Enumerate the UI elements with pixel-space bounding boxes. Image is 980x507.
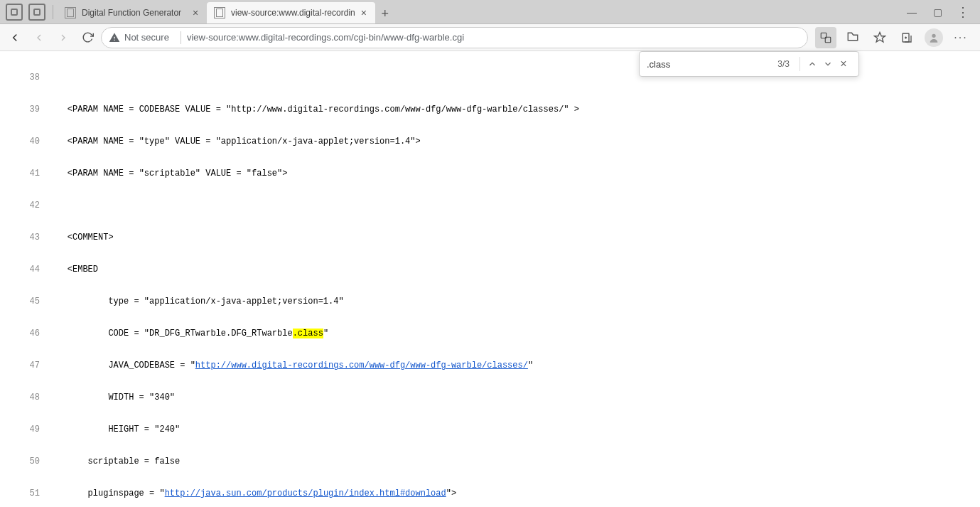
page-icon [65, 7, 76, 18]
reload-button[interactable] [77, 27, 98, 48]
code-line: "> [446, 489, 456, 498]
code-line: JAVA_CODEBASE = " [47, 361, 195, 370]
titlebar: Digital Function Generator × view-source… [0, 0, 980, 24]
separator [53, 5, 53, 19]
code-line: CODE = "DR_DFG_RTwarble.DFG_RTwarble [47, 329, 293, 338]
line-number: 46 [0, 329, 40, 339]
code-link[interactable]: http://www.digital-recordings.com/www-df… [195, 361, 528, 370]
line-number: 48 [0, 393, 40, 403]
close-icon[interactable]: × [191, 9, 200, 17]
window-controls: — ▢ ⋮ [905, 4, 977, 20]
security-text: Not secure [124, 32, 169, 43]
find-match: .class [293, 329, 323, 338]
line-number: 40 [0, 137, 40, 147]
favorite-icon[interactable] [869, 27, 890, 48]
line-number: 45 [0, 297, 40, 307]
code-line: HEIGHT = "240" [47, 425, 180, 434]
find-count: 3/3 [777, 59, 790, 69]
code-line: <PARAM NAME = CODEBASE VALUE = "http://w… [68, 105, 579, 114]
code-line: <COMMENT> [68, 233, 114, 242]
code-line: " [528, 361, 533, 370]
line-number: 44 [0, 265, 40, 275]
more-menu-button[interactable]: ··· [950, 27, 971, 48]
line-number: 38 [0, 73, 40, 83]
tab-actions-icon-2[interactable] [28, 4, 45, 21]
code-line: WIDTH = "340" [47, 393, 175, 402]
code-line: type = "application/x-java-applet;versio… [47, 297, 344, 306]
back-button[interactable] [4, 27, 26, 48]
source-viewport[interactable]: 38 39 40 41 42 43 44 45 46 47 48 49 50 5… [0, 51, 980, 507]
address-bar[interactable]: Not secure view-source:www.digital-recor… [101, 27, 808, 48]
separator [181, 31, 181, 44]
svg-point-3 [932, 33, 935, 37]
collections-icon[interactable] [896, 27, 917, 48]
line-number: 50 [0, 457, 40, 467]
toolbar: Not secure view-source:www.digital-recor… [0, 24, 980, 51]
code-line: " [323, 329, 328, 338]
code-line: pluginspage = " [47, 489, 165, 498]
ellipsis-icon: ··· [954, 31, 967, 44]
page-icon [214, 7, 225, 18]
tab-digital-function-generator[interactable]: Digital Function Generator × [58, 2, 207, 23]
maximize-button[interactable]: ▢ [930, 6, 944, 18]
find-prev-button[interactable] [804, 56, 820, 72]
line-number: 47 [0, 361, 40, 371]
line-number: 51 [0, 489, 40, 499]
warning-icon [109, 32, 120, 43]
code-link[interactable]: http://java.sun.com/products/plugin/inde… [165, 489, 446, 498]
code-line: scriptable = false [47, 457, 180, 466]
line-gutter: 38 39 40 41 42 43 44 45 46 47 48 49 50 5… [0, 51, 44, 507]
code-line: <PARAM NAME = "scriptable" VALUE = "fals… [68, 169, 288, 178]
code-line: <PARAM NAME = "type" VALUE = "applicatio… [68, 137, 421, 146]
source-code: <PARAM NAME = CODEBASE VALUE = "http://w… [47, 83, 980, 507]
translate-icon[interactable] [815, 27, 836, 48]
new-tab-button[interactable]: + [375, 4, 395, 23]
find-close-button[interactable]: × [836, 56, 851, 72]
line-number: 43 [0, 233, 40, 243]
avatar-icon [925, 28, 943, 47]
find-bar: 3/3 × [639, 51, 859, 77]
security-indicator[interactable]: Not secure [109, 32, 169, 43]
close-icon[interactable]: × [360, 9, 368, 17]
line-number: 41 [0, 169, 40, 179]
forward-button[interactable] [53, 27, 74, 48]
code-line: <EMBED [68, 265, 98, 274]
overflow-window-button[interactable]: ⋮ [956, 4, 970, 20]
line-number: 39 [0, 105, 40, 115]
minimize-button[interactable]: — [905, 6, 919, 18]
url-text: view-source:www.digital-recordings.com/c… [187, 32, 464, 43]
profile-button[interactable] [923, 27, 944, 48]
tab-view-source[interactable]: view-source:www.digital-recordin × [207, 2, 375, 23]
back-history-button[interactable] [28, 27, 50, 48]
find-input[interactable] [647, 59, 772, 70]
find-next-button[interactable] [820, 56, 836, 72]
line-number: 49 [0, 425, 40, 435]
tab-title: Digital Function Generator [82, 8, 187, 18]
line-number: 42 [0, 201, 40, 211]
read-aloud-icon[interactable] [842, 27, 863, 48]
tab-actions-icon[interactable] [6, 4, 23, 21]
tab-title: view-source:www.digital-recordin [231, 8, 355, 18]
tabstrip: Digital Function Generator × view-source… [58, 0, 395, 23]
